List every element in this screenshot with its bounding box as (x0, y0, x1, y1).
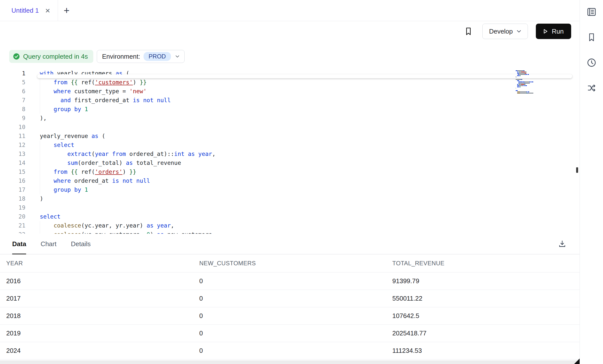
code-text: select (40, 140, 74, 149)
table-cell: 2017 (6, 295, 199, 302)
develop-dropdown[interactable]: Develop (482, 24, 528, 39)
table-row[interactable]: 20180107642.5 (0, 307, 580, 325)
sql-editor[interactable]: 1with yearly_customers as (5 from {{ ref… (0, 68, 580, 234)
environment-value-badge: PROD (144, 52, 171, 61)
table-cell: 0 (199, 295, 392, 302)
bookmark-icon (464, 27, 473, 36)
code-text: group by 1 (40, 185, 88, 194)
history-clock-icon (587, 58, 597, 68)
code-line[interactable]: 20select (0, 212, 580, 221)
download-icon (558, 240, 566, 248)
line-number: 12 (0, 140, 25, 149)
code-line[interactable]: 17 group by 1 (0, 185, 580, 194)
close-icon[interactable]: × (45, 6, 50, 15)
code-text: extract(year from ordered_at)::int as ye… (40, 149, 215, 158)
column-header[interactable]: NEW_CUSTOMERS (199, 260, 392, 267)
code-line[interactable]: 19 (0, 203, 580, 212)
results-table-header: YEARNEW_CUSTOMERSTOTAL_REVENUE (0, 254, 580, 273)
tab-chart[interactable]: Chart (41, 234, 56, 254)
code-line[interactable]: 9), (0, 114, 580, 123)
query-status-badge: Query completed in 4s (9, 50, 93, 63)
table-cell: 2016 (6, 277, 199, 285)
code-line[interactable]: 22 coalesce(yc.new_customers, 0) as new_… (0, 230, 580, 234)
resize-handle[interactable] (574, 359, 580, 364)
column-header[interactable]: YEAR (6, 260, 199, 267)
main-area: Untitled 1 × + Develop Run Query complet… (0, 0, 580, 364)
code-line[interactable]: 6 where customer_type = 'new' (0, 87, 580, 96)
results-table-body: 2016091399.7920170550011.2220180107642.5… (0, 273, 580, 360)
history-button[interactable] (586, 57, 597, 68)
download-results-button[interactable] (556, 238, 568, 250)
table-row[interactable]: 20170550011.22 (0, 290, 580, 307)
check-circle-icon (13, 53, 20, 60)
line-number: 5 (0, 78, 25, 87)
line-number: 15 (0, 167, 25, 176)
new-tab-button[interactable]: + (58, 0, 75, 21)
code-text: where ordered_at is not null (40, 176, 150, 185)
file-outline-button[interactable] (586, 6, 597, 17)
code-line[interactable]: 21 coalesce(yc.year, yr.year) as year, (0, 221, 580, 230)
line-number: 6 (0, 87, 25, 96)
line-number: 7 (0, 96, 25, 105)
code-line[interactable]: 14 sum(order_total) as total_revenue (0, 158, 580, 167)
line-number: 10 (0, 123, 25, 132)
line-number: 14 (0, 158, 25, 167)
bookmarks-button[interactable] (586, 32, 597, 43)
chevron-down-icon (516, 28, 522, 35)
tab-details[interactable]: Details (71, 234, 91, 254)
environment-selector[interactable]: Environment: PROD (97, 50, 185, 63)
lineage-button[interactable] (586, 83, 597, 93)
code-line[interactable]: 8 group by 1 (0, 105, 580, 114)
table-cell: 550011.22 (392, 295, 580, 302)
code-line[interactable]: 16 where ordered_at is not null (0, 176, 580, 185)
table-row[interactable]: 2016091399.79 (0, 273, 580, 290)
code-line[interactable]: 12 select (0, 140, 580, 149)
table-row[interactable]: 20240111234.53 (0, 342, 580, 360)
run-button[interactable]: Run (536, 24, 571, 39)
table-cell: 0 (199, 329, 392, 337)
code-text: coalesce(yc.new_customers, 0) as new_cus… (40, 230, 215, 234)
status-row: Query completed in 4s Environment: PROD (0, 50, 580, 63)
results-scrollbar-horizontal[interactable] (0, 361, 580, 364)
code-line[interactable]: 15 from {{ ref('orders') }} (0, 167, 580, 176)
editor-scrollbar-thumb[interactable] (576, 167, 578, 173)
code-text: group by 1 (40, 105, 88, 114)
line-number: 20 (0, 212, 25, 221)
line-number: 9 (0, 114, 25, 123)
minimap[interactable] (514, 69, 543, 95)
line-number: 21 (0, 221, 25, 230)
code-line[interactable]: 18) (0, 194, 580, 203)
code-text: yearly_revenue as ( (40, 132, 105, 140)
table-cell: 0 (199, 277, 392, 285)
tab-title: Untitled 1 (11, 7, 39, 14)
code-line[interactable]: 7 and first_ordered_at is not null (0, 96, 580, 105)
code-line[interactable]: 5 from {{ ref('customers') }} (0, 78, 580, 87)
table-row[interactable]: 201902025418.77 (0, 325, 580, 342)
editor-scrollbar-horizontal[interactable] (37, 74, 572, 78)
line-number: 19 (0, 203, 25, 212)
code-text: select (40, 212, 60, 221)
bookmark-icon (587, 33, 596, 42)
plus-icon: + (64, 5, 69, 16)
line-number: 17 (0, 185, 25, 194)
code-line[interactable]: 10 (0, 123, 580, 132)
table-cell: 0 (199, 312, 392, 320)
code-line[interactable]: 13 extract(year from ordered_at)::int as… (0, 149, 580, 158)
bookmark-button[interactable] (462, 25, 474, 37)
code-text: coalesce(yc.year, yr.year) as year, (40, 221, 174, 230)
tab-data[interactable]: Data (12, 234, 26, 254)
table-cell: 111234.53 (392, 347, 580, 355)
table-cell: 2018 (6, 312, 199, 320)
file-outline-icon (587, 7, 597, 17)
code-line[interactable]: 11yearly_revenue as ( (0, 132, 580, 140)
table-cell: 2019 (6, 329, 199, 337)
result-tabs: DataChartDetails (0, 234, 580, 254)
table-cell: 2024 (6, 347, 199, 355)
table-cell: 2025418.77 (392, 329, 580, 337)
code-text: where customer_type = 'new' (40, 87, 147, 96)
column-header[interactable]: TOTAL_REVENUE (392, 260, 580, 267)
tab-untitled-1[interactable]: Untitled 1 × (0, 0, 58, 21)
code-text: sum(order_total) as total_revenue (40, 158, 181, 167)
code-text: and first_ordered_at is not null (40, 96, 171, 105)
chevron-down-icon (174, 53, 180, 59)
